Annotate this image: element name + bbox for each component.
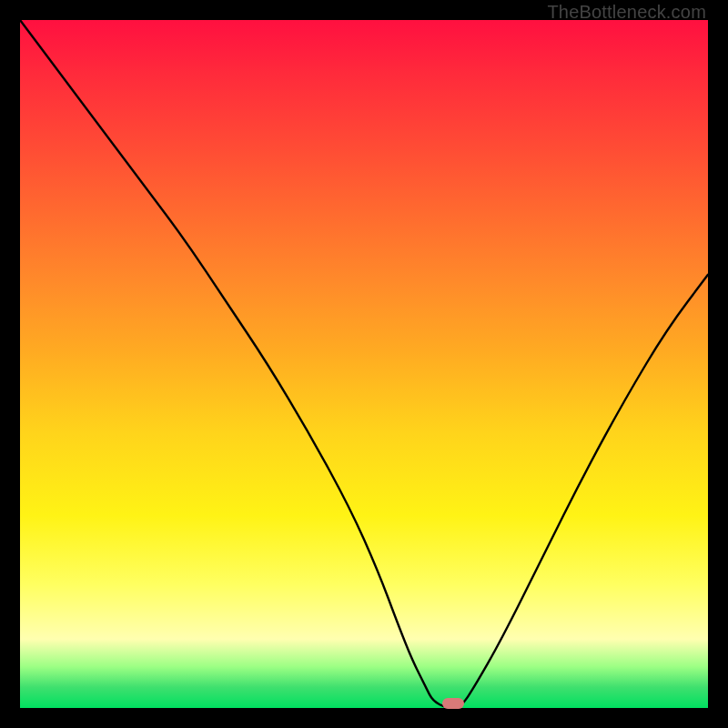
chart-frame: TheBottleneck.com [0,0,728,728]
minimum-marker [442,698,464,709]
plot-area [20,20,708,708]
bottleneck-curve [20,20,708,708]
